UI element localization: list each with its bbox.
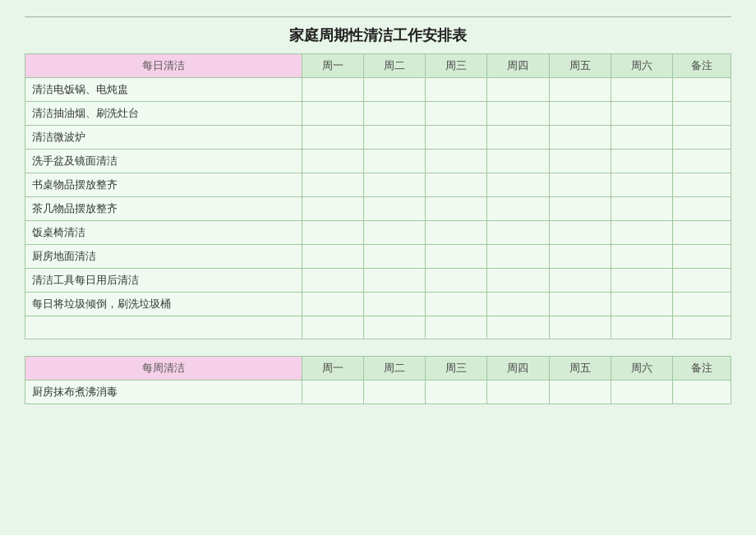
daily-cell-5-1 [363,197,425,221]
daily-cell-3-5 [611,150,672,173]
daily-cell-6-4 [549,221,611,245]
daily-cell-8-2 [426,269,487,293]
weekly-task-header: 每周清洁 [25,357,302,380]
weekly-row-0: 厨房抹布煮沸消毒 [25,380,731,404]
daily-table: 每日清洁 周一 周二 周三 周四 周五 周六 备注 清洁电饭锅、电炖盅清洁抽油烟… [25,53,731,339]
daily-cell-5-2 [426,197,487,221]
daily-task-cell-8: 清洁工具每日用后清洁 [25,269,302,293]
daily-cell-0-6 [673,78,731,102]
daily-cell-1-1 [363,102,425,126]
daily-cell-7-0 [302,245,363,269]
daily-task-cell-9: 每日将垃圾倾倒，刷洗垃圾桶 [25,293,302,316]
daily-cell-6-5 [611,221,672,245]
daily-cell-10-3 [487,316,549,339]
daily-cell-0-3 [487,78,549,102]
daily-cell-1-0 [302,102,363,126]
daily-cell-10-4 [549,316,611,339]
page-title: 家庭周期性清洁工作安排表 [25,25,731,45]
daily-cell-6-6 [673,221,731,245]
daily-cell-1-6 [673,102,731,126]
weekly-header-row: 每周清洁 周一 周二 周三 周四 周五 周六 备注 [25,357,731,380]
daily-cell-2-5 [611,126,672,150]
daily-row-2: 清洁微波炉 [25,126,731,150]
daily-tue-header: 周二 [363,54,425,78]
daily-row-0: 清洁电饭锅、电炖盅 [25,78,731,102]
weekly-task-cell-0: 厨房抹布煮沸消毒 [25,380,302,404]
weekly-cell-0-3 [487,380,549,404]
daily-cell-9-3 [487,293,549,316]
daily-row-4: 书桌物品摆放整齐 [25,173,731,197]
daily-cell-7-6 [673,245,731,269]
daily-cell-0-5 [611,78,672,102]
weekly-cell-0-1 [363,380,425,404]
daily-cell-4-1 [363,173,425,197]
daily-cell-2-3 [487,126,549,150]
daily-row-10 [25,316,731,339]
daily-cell-2-0 [302,126,363,150]
daily-task-cell-6: 饭桌椅清洁 [25,221,302,245]
daily-task-cell-4: 书桌物品摆放整齐 [25,173,302,197]
daily-cell-5-0 [302,197,363,221]
daily-cell-3-1 [363,150,425,173]
daily-task-cell-1: 清洁抽油烟、刷洗灶台 [25,102,302,126]
daily-cell-5-4 [549,197,611,221]
daily-cell-4-5 [611,173,672,197]
daily-wed-header: 周三 [426,54,487,78]
daily-cell-7-4 [549,245,611,269]
daily-cell-3-0 [302,150,363,173]
daily-cell-8-4 [549,269,611,293]
weekly-mon-header: 周一 [302,357,363,380]
daily-cell-0-4 [549,78,611,102]
daily-cell-9-2 [426,293,487,316]
daily-cell-5-6 [673,197,731,221]
daily-cell-3-2 [426,150,487,173]
daily-cell-1-2 [426,102,487,126]
daily-table-wrapper: 每日清洁 周一 周二 周三 周四 周五 周六 备注 清洁电饭锅、电炖盅清洁抽油烟… [25,53,731,339]
daily-fri-header: 周五 [549,54,611,78]
daily-cell-1-3 [487,102,549,126]
daily-row-8: 清洁工具每日用后清洁 [25,269,731,293]
daily-cell-5-5 [611,197,672,221]
weekly-wed-header: 周三 [426,357,487,380]
daily-cell-1-4 [549,102,611,126]
daily-cell-7-1 [363,245,425,269]
daily-cell-7-5 [611,245,672,269]
daily-row-6: 饭桌椅清洁 [25,221,731,245]
daily-header-row: 每日清洁 周一 周二 周三 周四 周五 周六 备注 [25,54,731,78]
daily-cell-2-6 [673,126,731,150]
daily-cell-2-1 [363,126,425,150]
daily-cell-8-1 [363,269,425,293]
daily-cell-0-2 [426,78,487,102]
daily-note-header: 备注 [673,54,731,78]
weekly-cell-0-5 [611,380,672,404]
daily-task-cell-2: 清洁微波炉 [25,126,302,150]
daily-task-cell-5: 茶几物品摆放整齐 [25,197,302,221]
daily-cell-2-4 [549,126,611,150]
daily-row-5: 茶几物品摆放整齐 [25,197,731,221]
daily-cell-2-2 [426,126,487,150]
daily-cell-6-1 [363,221,425,245]
daily-cell-0-0 [302,78,363,102]
daily-row-3: 洗手盆及镜面清洁 [25,150,731,173]
daily-row-7: 厨房地面清洁 [25,245,731,269]
daily-cell-9-6 [673,293,731,316]
daily-cell-10-6 [673,316,731,339]
daily-cell-4-0 [302,173,363,197]
weekly-cell-0-4 [549,380,611,404]
weekly-sat-header: 周六 [611,357,672,380]
daily-sat-header: 周六 [611,54,672,78]
weekly-table-wrapper: 每周清洁 周一 周二 周三 周四 周五 周六 备注 厨房抹布煮沸消毒 [25,356,731,404]
daily-cell-9-0 [302,293,363,316]
daily-cell-6-2 [426,221,487,245]
daily-cell-10-0 [302,316,363,339]
weekly-note-header: 备注 [673,357,731,380]
daily-cell-6-0 [302,221,363,245]
daily-cell-8-6 [673,269,731,293]
daily-cell-0-1 [363,78,425,102]
daily-task-cell-0: 清洁电饭锅、电炖盅 [25,78,302,102]
daily-cell-9-5 [611,293,672,316]
weekly-cell-0-0 [302,380,363,404]
daily-cell-8-5 [611,269,672,293]
weekly-tue-header: 周二 [363,357,425,380]
daily-cell-4-3 [487,173,549,197]
